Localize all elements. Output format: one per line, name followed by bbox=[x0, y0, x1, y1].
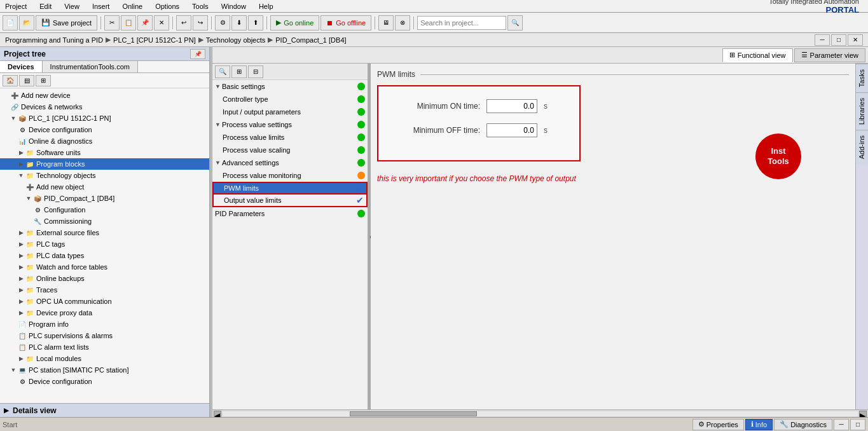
cut-button[interactable]: ✂ bbox=[104, 15, 120, 31]
status-restore[interactable]: □ bbox=[850, 419, 865, 430]
local-modules-expand[interactable]: ▶ bbox=[18, 355, 24, 362]
tree-item-devices-networks[interactable]: 🔗 Devices & networks bbox=[0, 101, 209, 113]
min-off-time-input[interactable] bbox=[486, 123, 537, 137]
pid-expand[interactable]: ▼ bbox=[25, 195, 32, 202]
scroll-thumb[interactable] bbox=[350, 411, 477, 416]
tree-item-add-device[interactable]: ➕ Add new device bbox=[0, 90, 209, 101]
menu-edit[interactable]: Edit bbox=[37, 1, 54, 11]
save-project-button[interactable]: 💾 Save project bbox=[36, 15, 97, 31]
menu-options[interactable]: Options bbox=[153, 1, 182, 11]
menu-view[interactable]: View bbox=[62, 1, 82, 11]
new-button[interactable]: 📄 bbox=[3, 15, 18, 31]
go-offline-button[interactable]: ⏹ Go offline bbox=[320, 15, 371, 31]
details-expand-icon[interactable]: ▶ bbox=[4, 407, 9, 414]
diagnostics-button[interactable]: 🔧 Diagnostics bbox=[774, 419, 832, 430]
tree-item-device-config[interactable]: ⚙ Device configuration bbox=[0, 124, 209, 135]
copy-button[interactable]: 📋 bbox=[121, 15, 136, 31]
menu-online[interactable]: Online bbox=[120, 1, 145, 11]
delete-button[interactable]: ✕ bbox=[154, 15, 169, 31]
breadcrumb-item-1[interactable]: PLC_1 [CPU 1512C-1 PN] bbox=[113, 36, 196, 44]
settings-process-value-scaling[interactable]: Process value scaling bbox=[212, 144, 368, 156]
menu-tools[interactable]: Tools bbox=[189, 1, 211, 11]
tree-item-program-blocks[interactable]: ▶ 📁 Program blocks bbox=[0, 158, 209, 170]
tree-item-add-new-object[interactable]: ➕ Add new object bbox=[0, 181, 209, 193]
tree-item-opc-ua[interactable]: ▶ 📁 OPC UA communication bbox=[0, 296, 209, 307]
tab-parameter-view[interactable]: ☰ Parameter view bbox=[794, 48, 865, 62]
opc-ua-expand[interactable]: ▶ bbox=[18, 298, 24, 304]
settings-toolbar-btn2[interactable]: ⊞ bbox=[231, 65, 247, 78]
search-input[interactable] bbox=[417, 16, 506, 30]
breadcrumb-minimize[interactable]: ─ bbox=[815, 34, 830, 46]
tree-item-pc-station[interactable]: ▼ 💻 PC station [SIMATIC PC station] bbox=[0, 364, 209, 376]
panel-pin-button[interactable]: 📌 bbox=[190, 49, 205, 59]
start-simulation-button[interactable]: 🖥 bbox=[378, 15, 394, 31]
settings-output-value-limits[interactable]: Output value limits ✔ bbox=[212, 195, 368, 207]
min-on-time-input[interactable] bbox=[486, 99, 537, 113]
menu-window[interactable]: Window bbox=[219, 1, 249, 11]
breadcrumb-restore[interactable]: □ bbox=[831, 34, 846, 46]
menu-insert[interactable]: Insert bbox=[90, 1, 113, 11]
tree-item-software-units[interactable]: ▶ 📁 Software units bbox=[0, 147, 209, 158]
scroll-left-btn[interactable]: ◀ bbox=[214, 411, 221, 417]
menu-help[interactable]: Help bbox=[256, 1, 276, 11]
upload-button[interactable]: ⬆ bbox=[248, 15, 263, 31]
tree-item-plc1[interactable]: ▼ 📦 PLC_1 [CPU 1512C-1 PN] bbox=[0, 113, 209, 124]
tree-item-configuration[interactable]: ⚙ Configuration bbox=[0, 204, 209, 216]
tab-devices[interactable]: Devices bbox=[0, 61, 43, 72]
scroll-right-btn[interactable]: ▶ bbox=[859, 411, 867, 417]
stop-simulation-button[interactable]: ⊗ bbox=[395, 15, 410, 31]
tree-item-online-diag[interactable]: 📊 Online & diagnostics bbox=[0, 135, 209, 147]
breadcrumb-close[interactable]: ✕ bbox=[848, 34, 863, 46]
settings-advanced-settings[interactable]: ▼ Advanced settings bbox=[212, 156, 368, 169]
tree-item-plc-supervisions[interactable]: 📋 PLC supervisions & alarms bbox=[0, 330, 209, 341]
watch-force-expand[interactable]: ▶ bbox=[18, 264, 24, 270]
go-online-button[interactable]: ▶ Go online bbox=[270, 15, 319, 31]
tree-view-btn2[interactable]: ⊞ bbox=[36, 75, 51, 86]
properties-button[interactable]: ⚙ Properties bbox=[692, 419, 744, 430]
tree-item-program-info[interactable]: 📄 Program info bbox=[0, 318, 209, 330]
breadcrumb-item-2[interactable]: Technology objects bbox=[206, 36, 266, 44]
tree-icon-btn[interactable]: 🏠 bbox=[3, 75, 18, 86]
tree-item-plc-alarm-texts[interactable]: 📋 PLC alarm text lists bbox=[0, 341, 209, 353]
tree-item-pid-compact[interactable]: ▼ 📦 PID_Compact_1 [DB4] bbox=[0, 193, 209, 204]
program-blocks-expand[interactable]: ▶ bbox=[18, 161, 24, 167]
tree-item-commissioning[interactable]: 🔧 Commissioning bbox=[0, 216, 209, 227]
paste-button[interactable]: 📌 bbox=[137, 15, 153, 31]
tree-item-plc-data-types[interactable]: ▶ 📁 PLC data types bbox=[0, 250, 209, 261]
download-button[interactable]: ⬇ bbox=[231, 15, 247, 31]
settings-basic-settings[interactable]: ▼ Basic settings bbox=[212, 80, 368, 93]
settings-pwm-limits[interactable]: PWM limits ✔ bbox=[212, 182, 368, 195]
settings-process-value-monitoring[interactable]: Process value monitoring bbox=[212, 169, 368, 182]
tree-item-plc-tags[interactable]: ▶ 📁 PLC tags bbox=[0, 238, 209, 250]
settings-input-output[interactable]: Input / output parameters bbox=[212, 106, 368, 118]
sidebar-tab-tasks[interactable]: Tasks bbox=[856, 64, 868, 92]
tree-item-traces[interactable]: ▶ 📁 Traces bbox=[0, 284, 209, 296]
status-minimize[interactable]: ─ bbox=[834, 419, 849, 430]
device-proxy-expand[interactable]: ▶ bbox=[18, 310, 24, 316]
settings-toolbar-btn1[interactable]: 🔍 bbox=[215, 65, 230, 78]
tree-item-online-backups[interactable]: ▶ 📁 Online backups bbox=[0, 273, 209, 284]
menu-project[interactable]: Project bbox=[3, 1, 29, 11]
open-button[interactable]: 📂 bbox=[19, 15, 34, 31]
tree-item-device-proxy[interactable]: ▶ 📁 Device proxy data bbox=[0, 307, 209, 318]
breadcrumb-item-0[interactable]: Programming and Tuning a PID bbox=[5, 36, 103, 44]
tree-view-btn1[interactable]: ▤ bbox=[19, 75, 34, 86]
tree-item-watch-force[interactable]: ▶ 📁 Watch and force tables bbox=[0, 261, 209, 273]
compile-button[interactable]: ⚙ bbox=[215, 15, 230, 31]
info-button[interactable]: ℹ Info bbox=[745, 419, 773, 430]
online-backups-expand[interactable]: ▶ bbox=[18, 275, 24, 282]
tab-instrumentation[interactable]: InstrumentationTools.com bbox=[43, 61, 138, 72]
tree-item-external-sources[interactable]: ▶ 📁 External source files bbox=[0, 227, 209, 238]
settings-process-value-settings[interactable]: ▼ Process value settings bbox=[212, 118, 368, 131]
search-button[interactable]: 🔍 bbox=[507, 15, 523, 31]
plc1-expand-icon[interactable]: ▼ bbox=[10, 115, 17, 121]
tech-objects-expand[interactable]: ▼ bbox=[18, 172, 24, 179]
settings-toolbar-btn3[interactable]: ⊟ bbox=[248, 65, 263, 78]
settings-controller-type[interactable]: Controller type bbox=[212, 93, 368, 106]
sidebar-tab-libraries[interactable]: Libraries bbox=[856, 92, 868, 130]
plc-tags-expand[interactable]: ▶ bbox=[18, 241, 24, 247]
undo-button[interactable]: ↩ bbox=[176, 15, 191, 31]
settings-process-value-limits[interactable]: Process value limits bbox=[212, 131, 368, 144]
plc-data-expand[interactable]: ▶ bbox=[18, 252, 24, 259]
ext-sources-expand[interactable]: ▶ bbox=[18, 229, 24, 236]
